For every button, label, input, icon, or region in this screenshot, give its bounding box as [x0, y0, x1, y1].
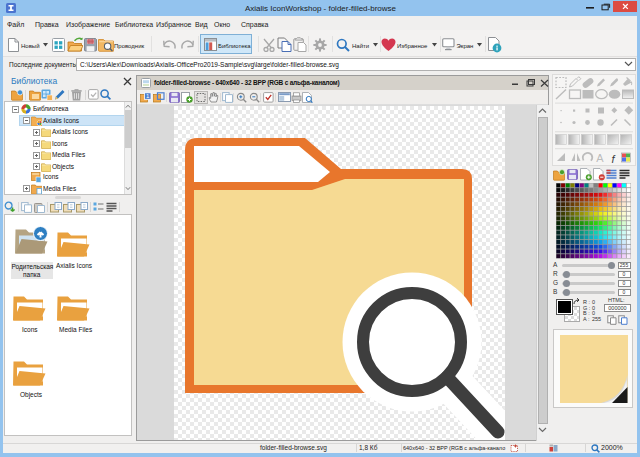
svg-text:f: f — [611, 153, 615, 165]
svg-text:A: A — [596, 152, 604, 164]
